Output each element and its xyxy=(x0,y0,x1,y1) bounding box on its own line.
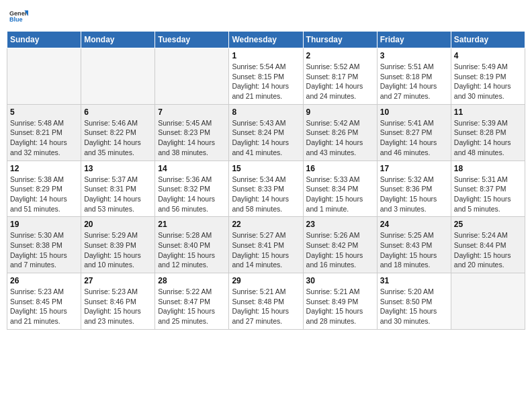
day-info: Sunrise: 5:39 AM Sunset: 8:28 PM Dayligh… xyxy=(454,118,522,158)
day-info: Sunrise: 5:46 AM Sunset: 8:22 PM Dayligh… xyxy=(84,118,152,158)
calendar-cell xyxy=(81,48,155,105)
weekday-header-sunday: Sunday xyxy=(7,32,81,48)
day-info: Sunrise: 5:43 AM Sunset: 8:24 PM Dayligh… xyxy=(232,118,300,158)
day-info: Sunrise: 5:49 AM Sunset: 8:19 PM Dayligh… xyxy=(454,62,522,101)
day-info: Sunrise: 5:20 AM Sunset: 8:50 PM Dayligh… xyxy=(380,287,448,326)
weekday-header-wednesday: Wednesday xyxy=(229,32,303,48)
day-number: 29 xyxy=(232,276,300,285)
calendar-cell: 4Sunrise: 5:49 AM Sunset: 8:19 PM Daylig… xyxy=(451,48,525,105)
calendar-cell: 17Sunrise: 5:32 AM Sunset: 8:36 PM Dayli… xyxy=(377,161,451,217)
calendar-cell: 22Sunrise: 5:27 AM Sunset: 8:41 PM Dayli… xyxy=(229,217,303,273)
calendar-cell: 7Sunrise: 5:45 AM Sunset: 8:23 PM Daylig… xyxy=(155,104,229,161)
day-number: 19 xyxy=(10,220,78,229)
calendar-cell: 14Sunrise: 5:36 AM Sunset: 8:32 PM Dayli… xyxy=(155,161,229,217)
calendar-cell: 21Sunrise: 5:28 AM Sunset: 8:40 PM Dayli… xyxy=(155,217,229,273)
calendar-cell: 13Sunrise: 5:37 AM Sunset: 8:31 PM Dayli… xyxy=(81,161,155,217)
day-info: Sunrise: 5:31 AM Sunset: 8:37 PM Dayligh… xyxy=(454,175,522,214)
day-info: Sunrise: 5:34 AM Sunset: 8:33 PM Dayligh… xyxy=(232,175,300,214)
day-number: 12 xyxy=(10,164,78,173)
day-number: 25 xyxy=(454,220,522,229)
calendar-week-4: 19Sunrise: 5:30 AM Sunset: 8:38 PM Dayli… xyxy=(7,217,525,273)
calendar-cell: 8Sunrise: 5:43 AM Sunset: 8:24 PM Daylig… xyxy=(229,104,303,161)
day-info: Sunrise: 5:21 AM Sunset: 8:49 PM Dayligh… xyxy=(306,287,374,326)
day-number: 26 xyxy=(10,276,78,285)
day-info: Sunrise: 5:41 AM Sunset: 8:27 PM Dayligh… xyxy=(380,118,448,158)
day-number: 16 xyxy=(306,164,374,173)
day-info: Sunrise: 5:30 AM Sunset: 8:38 PM Dayligh… xyxy=(10,230,78,270)
calendar-cell: 18Sunrise: 5:31 AM Sunset: 8:37 PM Dayli… xyxy=(451,161,525,217)
day-info: Sunrise: 5:28 AM Sunset: 8:40 PM Dayligh… xyxy=(158,230,226,270)
calendar-cell: 15Sunrise: 5:34 AM Sunset: 8:33 PM Dayli… xyxy=(229,161,303,217)
day-info: Sunrise: 5:23 AM Sunset: 8:45 PM Dayligh… xyxy=(10,287,78,326)
weekday-header-saturday: Saturday xyxy=(451,32,525,48)
calendar-cell xyxy=(451,273,525,330)
calendar-cell: 19Sunrise: 5:30 AM Sunset: 8:38 PM Dayli… xyxy=(7,217,81,273)
calendar-cell: 11Sunrise: 5:39 AM Sunset: 8:28 PM Dayli… xyxy=(451,104,525,161)
calendar-cell xyxy=(7,48,81,105)
day-info: Sunrise: 5:38 AM Sunset: 8:29 PM Dayligh… xyxy=(10,175,78,214)
calendar-cell: 31Sunrise: 5:20 AM Sunset: 8:50 PM Dayli… xyxy=(377,273,451,330)
day-info: Sunrise: 5:27 AM Sunset: 8:41 PM Dayligh… xyxy=(232,230,300,270)
day-number: 5 xyxy=(10,107,78,117)
calendar-cell: 5Sunrise: 5:48 AM Sunset: 8:21 PM Daylig… xyxy=(7,104,81,161)
day-info: Sunrise: 5:32 AM Sunset: 8:36 PM Dayligh… xyxy=(380,175,448,214)
day-info: Sunrise: 5:24 AM Sunset: 8:44 PM Dayligh… xyxy=(454,230,522,270)
day-info: Sunrise: 5:54 AM Sunset: 8:15 PM Dayligh… xyxy=(232,62,300,101)
day-info: Sunrise: 5:25 AM Sunset: 8:43 PM Dayligh… xyxy=(380,230,448,270)
day-number: 14 xyxy=(158,164,226,173)
calendar-week-3: 12Sunrise: 5:38 AM Sunset: 8:29 PM Dayli… xyxy=(7,161,525,217)
calendar-cell: 9Sunrise: 5:42 AM Sunset: 8:26 PM Daylig… xyxy=(303,104,377,161)
page-header: General Blue xyxy=(7,7,525,26)
calendar-cell: 10Sunrise: 5:41 AM Sunset: 8:27 PM Dayli… xyxy=(377,104,451,161)
day-number: 21 xyxy=(158,220,226,229)
calendar-cell: 3Sunrise: 5:51 AM Sunset: 8:18 PM Daylig… xyxy=(377,48,451,105)
day-number: 28 xyxy=(158,276,226,285)
svg-text:Blue: Blue xyxy=(9,16,23,23)
day-info: Sunrise: 5:52 AM Sunset: 8:17 PM Dayligh… xyxy=(306,62,374,101)
day-number: 6 xyxy=(84,107,152,117)
day-info: Sunrise: 5:33 AM Sunset: 8:34 PM Dayligh… xyxy=(306,175,374,214)
day-number: 27 xyxy=(84,276,152,285)
calendar-week-1: 1Sunrise: 5:54 AM Sunset: 8:15 PM Daylig… xyxy=(7,48,525,105)
day-number: 22 xyxy=(232,220,300,229)
day-number: 9 xyxy=(306,107,374,117)
day-number: 17 xyxy=(380,164,448,173)
day-info: Sunrise: 5:37 AM Sunset: 8:31 PM Dayligh… xyxy=(84,175,152,214)
day-number: 8 xyxy=(232,107,300,117)
day-info: Sunrise: 5:21 AM Sunset: 8:48 PM Dayligh… xyxy=(232,287,300,326)
logo: General Blue xyxy=(9,7,28,26)
day-number: 30 xyxy=(306,276,374,285)
calendar-cell: 25Sunrise: 5:24 AM Sunset: 8:44 PM Dayli… xyxy=(451,217,525,273)
calendar-cell: 12Sunrise: 5:38 AM Sunset: 8:29 PM Dayli… xyxy=(7,161,81,217)
calendar-cell: 28Sunrise: 5:22 AM Sunset: 8:47 PM Dayli… xyxy=(155,273,229,330)
day-number: 7 xyxy=(158,107,226,117)
calendar-cell: 6Sunrise: 5:46 AM Sunset: 8:22 PM Daylig… xyxy=(81,104,155,161)
day-number: 24 xyxy=(380,220,448,229)
weekday-header-row: SundayMondayTuesdayWednesdayThursdayFrid… xyxy=(7,32,525,48)
calendar-cell: 27Sunrise: 5:23 AM Sunset: 8:46 PM Dayli… xyxy=(81,273,155,330)
calendar-week-2: 5Sunrise: 5:48 AM Sunset: 8:21 PM Daylig… xyxy=(7,104,525,161)
weekday-header-thursday: Thursday xyxy=(303,32,377,48)
day-number: 23 xyxy=(306,220,374,229)
day-info: Sunrise: 5:22 AM Sunset: 8:47 PM Dayligh… xyxy=(158,287,226,326)
day-number: 2 xyxy=(306,51,374,60)
day-number: 31 xyxy=(380,276,448,285)
day-info: Sunrise: 5:29 AM Sunset: 8:39 PM Dayligh… xyxy=(84,230,152,270)
calendar-cell: 30Sunrise: 5:21 AM Sunset: 8:49 PM Dayli… xyxy=(303,273,377,330)
weekday-header-monday: Monday xyxy=(81,32,155,48)
day-info: Sunrise: 5:36 AM Sunset: 8:32 PM Dayligh… xyxy=(158,175,226,214)
day-info: Sunrise: 5:23 AM Sunset: 8:46 PM Dayligh… xyxy=(84,287,152,326)
day-number: 4 xyxy=(454,51,522,60)
logo-icon: General Blue xyxy=(9,7,28,26)
calendar-cell: 1Sunrise: 5:54 AM Sunset: 8:15 PM Daylig… xyxy=(229,48,303,105)
calendar-cell: 29Sunrise: 5:21 AM Sunset: 8:48 PM Dayli… xyxy=(229,273,303,330)
calendar-table: SundayMondayTuesdayWednesdayThursdayFrid… xyxy=(7,31,525,330)
weekday-header-tuesday: Tuesday xyxy=(155,32,229,48)
day-number: 10 xyxy=(380,107,448,117)
day-number: 11 xyxy=(454,107,522,117)
day-number: 3 xyxy=(380,51,448,60)
day-info: Sunrise: 5:42 AM Sunset: 8:26 PM Dayligh… xyxy=(306,118,374,158)
day-number: 1 xyxy=(232,51,300,60)
day-info: Sunrise: 5:48 AM Sunset: 8:21 PM Dayligh… xyxy=(10,118,78,158)
day-info: Sunrise: 5:26 AM Sunset: 8:42 PM Dayligh… xyxy=(306,230,374,270)
